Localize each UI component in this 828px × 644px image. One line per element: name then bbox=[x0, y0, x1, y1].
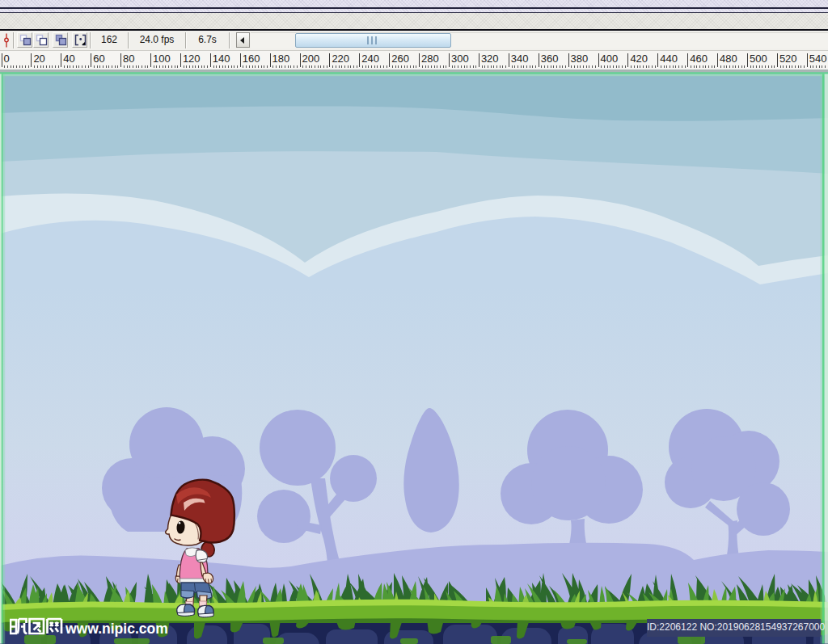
svg-text:www.nipic.com: www.nipic.com bbox=[65, 621, 168, 637]
